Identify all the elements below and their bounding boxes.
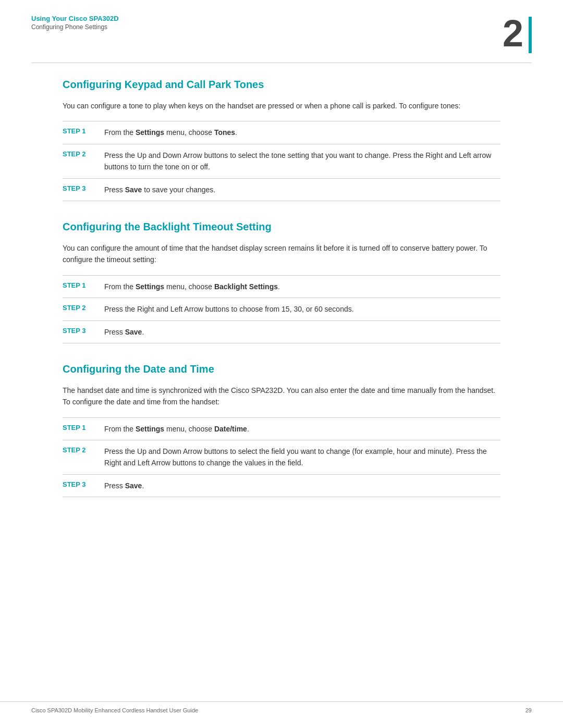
step-content: From the Settings menu, choose Date/time… — [104, 423, 500, 435]
section-title-datetime: Configuring the Date and Time — [63, 363, 500, 375]
section-date-time: Configuring the Date and Time The handse… — [63, 363, 500, 497]
section-desc-datetime: The handset date and time is synchronize… — [63, 385, 500, 408]
page-header: Using Your Cisco SPA302D Configuring Pho… — [0, 0, 563, 53]
section-title-keypad: Configuring Keypad and Call Park Tones — [63, 79, 500, 91]
step-label: STEP 1 — [63, 281, 104, 289]
top-divider — [31, 63, 532, 63]
page-footer: Cisco SPA302D Mobility Enhanced Cordless… — [0, 701, 563, 713]
table-row: STEP 1 From the Settings menu, choose Da… — [63, 418, 500, 440]
step-label: STEP 2 — [63, 446, 104, 454]
chapter-bar — [529, 17, 532, 53]
table-row: STEP 2 Press the Up and Down Arrow butto… — [63, 144, 500, 179]
table-row: STEP 3 Press Save. — [63, 321, 500, 343]
step-content: Press the Right and Left Arrow buttons t… — [104, 303, 500, 315]
section-backlight: Configuring the Backlight Timeout Settin… — [63, 221, 500, 343]
table-row: STEP 2 Press the Up and Down Arrow butto… — [63, 440, 500, 475]
step-content: Press the Up and Down Arrow buttons to s… — [104, 150, 500, 173]
step-label: STEP 3 — [63, 326, 104, 335]
footer-text: Cisco SPA302D Mobility Enhanced Cordless… — [31, 707, 198, 713]
steps-keypad: STEP 1 From the Settings menu, choose To… — [63, 121, 500, 201]
table-row: STEP 1 From the Settings menu, choose To… — [63, 121, 500, 144]
section-desc-keypad: You can configure a tone to play when ke… — [63, 100, 500, 112]
footer-page: 29 — [525, 707, 532, 713]
table-row: STEP 3 Press Save. — [63, 475, 500, 497]
step-label: STEP 1 — [63, 127, 104, 135]
steps-datetime: STEP 1 From the Settings menu, choose Da… — [63, 417, 500, 498]
step-content: Press the Up and Down Arrow buttons to s… — [104, 446, 500, 469]
section-keypad-tones: Configuring Keypad and Call Park Tones Y… — [63, 79, 500, 201]
header-title: Using Your Cisco SPA302D — [31, 15, 119, 22]
main-content: Configuring Keypad and Call Park Tones Y… — [0, 79, 563, 497]
step-content: From the Settings menu, choose Backlight… — [104, 281, 500, 292]
step-label: STEP 3 — [63, 480, 104, 488]
step-content: Press Save. — [104, 480, 500, 491]
step-label: STEP 2 — [63, 150, 104, 158]
header-left: Using Your Cisco SPA302D Configuring Pho… — [31, 15, 119, 31]
table-row: STEP 2 Press the Right and Left Arrow bu… — [63, 298, 500, 320]
steps-backlight: STEP 1 From the Settings menu, choose Ba… — [63, 275, 500, 343]
table-row: STEP 3 Press Save to save your changes. — [63, 179, 500, 201]
chapter-number: 2 — [503, 15, 523, 52]
step-content: Press Save to save your changes. — [104, 184, 500, 195]
step-label: STEP 3 — [63, 184, 104, 192]
header-subtitle: Configuring Phone Settings — [31, 23, 119, 31]
step-label: STEP 2 — [63, 303, 104, 312]
chapter-indicator: 2 — [503, 15, 532, 53]
step-content: From the Settings menu, choose Tones. — [104, 127, 500, 138]
section-desc-backlight: You can configure the amount of time tha… — [63, 242, 500, 266]
step-label: STEP 1 — [63, 423, 104, 431]
page: Using Your Cisco SPA302D Configuring Pho… — [0, 0, 563, 728]
table-row: STEP 1 From the Settings menu, choose Ba… — [63, 276, 500, 298]
section-title-backlight: Configuring the Backlight Timeout Settin… — [63, 221, 500, 233]
step-content: Press Save. — [104, 326, 500, 338]
